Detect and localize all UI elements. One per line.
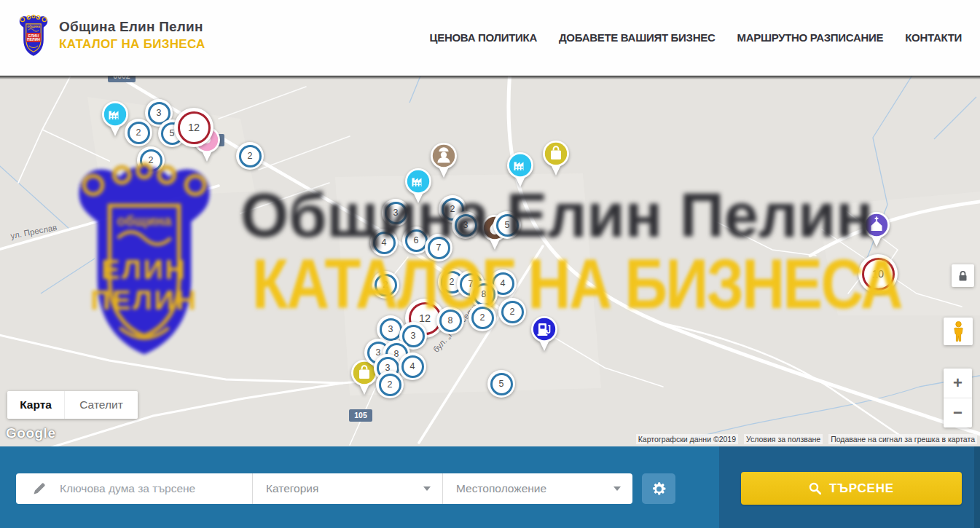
search-icon (809, 482, 821, 494)
site-title-line2: КАТАЛОГ НА БИЗНЕСА (59, 37, 205, 52)
attribution-copyright: Картографски данни ©2019 (636, 434, 738, 444)
location-select[interactable]: Местоположение (442, 473, 632, 504)
lock-icon (958, 270, 968, 282)
site-title: Община Елин Пелин КАТАЛОГ НА БИЗНЕСА (59, 19, 205, 52)
page: община ЕЛИН ПЕЛИН Община Елин Пелин КАТА… (0, 0, 980, 528)
cluster-marker[interactable]: 2 (498, 298, 526, 326)
zoom-control: + − (944, 369, 972, 427)
gear-icon (651, 481, 667, 497)
cluster-count: 7 (428, 237, 450, 259)
crest-name-line1: ЕЛИН (28, 34, 39, 38)
cluster-count: 2 (375, 274, 397, 296)
pencil-icon (32, 481, 47, 496)
cluster-count: 6 (405, 229, 428, 252)
search-panel-right-edge (974, 446, 980, 528)
location-select-label: Местоположение (456, 482, 546, 495)
zoom-in-button[interactable]: + (944, 369, 972, 398)
church-pin-marker[interactable] (862, 210, 891, 248)
cluster-marker[interactable]: 4 (399, 352, 426, 380)
cluster-marker[interactable]: 2 (376, 371, 404, 398)
cluster-marker[interactable]: 7 (425, 234, 452, 261)
cluster-count: 2 (239, 145, 262, 168)
map-type-map-button[interactable]: Карта (7, 391, 65, 419)
road-shield-105: 105 (349, 409, 372, 422)
cluster-count: 8 (473, 283, 495, 306)
cluster-count: 8 (439, 310, 462, 332)
cluster-marker[interactable]: 8 (436, 307, 464, 334)
search-button-label: ТЪРСЕНЕ (829, 481, 894, 496)
municipality-crest-icon: община ЕЛИН ПЕЛИН (16, 13, 51, 58)
search-panel: Категория Местоположение ТЪРСЕНЕ (0, 446, 980, 528)
cluster-count: 2 (128, 122, 150, 144)
chevron-down-icon (614, 486, 621, 491)
fuel-pin-marker[interactable] (530, 315, 559, 352)
nav-item-pricing[interactable]: ЦЕНОВА ПОЛИТИКА (430, 31, 537, 44)
attribution-report-link[interactable]: Подаване на сигнал за грешка в картата (828, 434, 977, 444)
category-select[interactable]: Категория (252, 473, 442, 504)
chevron-down-icon (423, 486, 431, 491)
map-markers: 3251222235346722748128223338342510 (0, 75, 980, 446)
cluster-marker[interactable]: 2 (469, 304, 496, 331)
factory-pin-marker[interactable] (506, 151, 535, 189)
lock-button[interactable] (952, 264, 974, 287)
search-submit-button[interactable]: ТЪРСЕНЕ (741, 472, 962, 505)
nav-item-add-business[interactable]: ДОБАВЕТЕ ВАШИЯТ БИЗНЕС (559, 31, 715, 44)
cluster-marker[interactable]: 2 (236, 142, 264, 170)
cluster-marker[interactable]: 2 (125, 119, 152, 146)
cluster-marker[interactable]: 2 (137, 146, 165, 174)
cluster-count: 4 (401, 355, 424, 378)
crest-small-label: община (27, 24, 40, 28)
keyword-field-wrap (16, 473, 252, 504)
google-logo[interactable]: Google (6, 425, 55, 441)
cluster-count: 5 (490, 373, 513, 395)
cluster-marker[interactable]: 4 (370, 229, 398, 256)
map-canvas[interactable]: ул. Преслав бул. „Новоселци“ 6002 105 32… (0, 75, 980, 446)
cluster-count: 2 (379, 374, 401, 396)
cluster-count: 12 (178, 111, 211, 144)
bag-pin-marker[interactable] (541, 139, 571, 177)
pegman-icon (952, 321, 965, 342)
cluster-marker[interactable]: 3 (382, 199, 409, 226)
cluster-marker[interactable]: 5 (487, 370, 515, 398)
cluster-marker[interactable]: 10 (858, 254, 898, 293)
map-type-control: Карта Сателит (7, 391, 138, 419)
map-attribution: Картографски данни ©2019 Условия за полз… (636, 434, 977, 444)
search-bar: Категория Местоположение (16, 473, 632, 504)
site-title-line1: Община Елин Пелин (59, 19, 205, 35)
cluster-count: 3 (385, 202, 407, 224)
cluster-count: 5 (496, 214, 519, 237)
cluster-count: 3 (455, 214, 477, 237)
cluster-count: 4 (373, 232, 396, 254)
cluster-count: 2 (501, 301, 524, 323)
keyword-search-input[interactable] (58, 481, 236, 496)
cluster-count: 3 (380, 318, 402, 341)
cluster-marker[interactable]: 12 (174, 108, 213, 147)
category-select-label: Категория (266, 482, 318, 495)
nav-item-contacts[interactable]: КОНТАКТИ (905, 31, 962, 44)
cluster-marker[interactable]: 5 (493, 211, 521, 239)
map-type-satellite-button[interactable]: Сателит (65, 391, 138, 419)
worker-pin-marker[interactable] (429, 141, 458, 179)
cluster-count: 10 (862, 258, 895, 291)
cluster-count: 2 (140, 149, 162, 172)
street-view-pegman-button[interactable] (944, 318, 973, 345)
cluster-marker[interactable]: 2 (372, 271, 399, 299)
crest-name-line2: ПЕЛИН (27, 37, 40, 42)
cluster-marker[interactable]: 3 (452, 211, 479, 239)
zoom-out-button[interactable]: − (944, 398, 972, 427)
header: община ЕЛИН ПЕЛИН Община Елин Пелин КАТА… (0, 0, 980, 76)
nav-item-route-schedule[interactable]: МАРШРУТНО РАЗПИСАНИЕ (737, 31, 883, 44)
site-logo[interactable]: община ЕЛИН ПЕЛИН Община Елин Пелин КАТА… (16, 13, 205, 58)
attribution-terms-link[interactable]: Условия за ползване (744, 434, 823, 444)
cluster-count: 2 (471, 307, 494, 329)
main-nav: ЦЕНОВА ПОЛИТИКА ДОБАВЕТЕ ВАШИЯТ БИЗНЕС М… (430, 0, 962, 75)
advanced-search-button[interactable] (642, 473, 675, 504)
factory-pin-marker[interactable] (404, 167, 433, 205)
road-shield-6002: 6002 (108, 75, 136, 82)
